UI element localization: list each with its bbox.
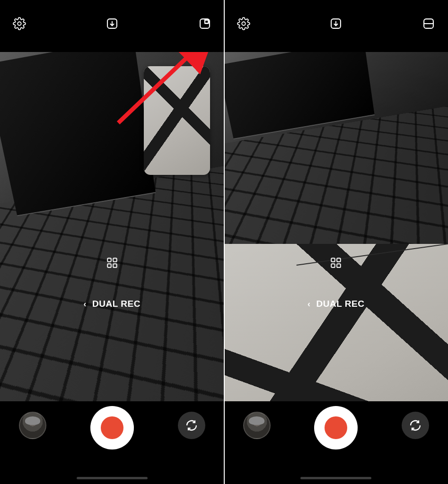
mode-selector[interactable]: ‹ DUAL REC xyxy=(0,299,224,309)
grid-apps-icon[interactable] xyxy=(106,257,118,269)
pip-layout-icon[interactable] xyxy=(198,17,212,31)
svg-point-0 xyxy=(18,22,21,25)
split-layout-icon[interactable] xyxy=(422,17,436,31)
settings-icon[interactable] xyxy=(12,17,26,31)
bottom-toolbar xyxy=(224,401,448,484)
settings-icon[interactable] xyxy=(237,17,251,31)
camera-screen-pip-layout: ‹ DUAL REC xyxy=(0,0,224,484)
camera-viewfinder[interactable]: ‹ DUAL REC xyxy=(224,52,448,401)
chevron-left-icon: ‹ xyxy=(307,299,311,309)
svg-rect-5 xyxy=(107,258,111,262)
top-toolbar xyxy=(0,0,224,52)
svg-rect-13 xyxy=(332,258,335,262)
svg-rect-7 xyxy=(107,264,111,268)
svg-rect-8 xyxy=(113,264,117,268)
mode-label: DUAL REC xyxy=(92,299,141,309)
chevron-left-icon: ‹ xyxy=(84,299,87,309)
record-button[interactable] xyxy=(90,406,134,449)
download-icon[interactable] xyxy=(105,17,119,31)
gallery-thumbnail[interactable] xyxy=(243,412,271,439)
top-toolbar xyxy=(224,0,448,52)
grid-apps-icon[interactable] xyxy=(330,257,342,269)
gallery-thumbnail[interactable] xyxy=(19,412,46,439)
camera-viewfinder[interactable]: ‹ DUAL REC xyxy=(0,52,224,401)
download-icon[interactable] xyxy=(329,17,343,31)
switch-camera-button[interactable] xyxy=(178,412,205,439)
home-indicator[interactable] xyxy=(300,477,371,479)
svg-rect-16 xyxy=(337,264,341,268)
screenshot-divider xyxy=(224,0,225,484)
record-button[interactable] xyxy=(314,406,358,449)
mode-selector[interactable]: ‹ DUAL REC xyxy=(224,299,448,309)
svg-rect-6 xyxy=(113,258,117,262)
svg-rect-14 xyxy=(337,258,341,262)
svg-point-9 xyxy=(242,22,245,25)
camera-screen-split-layout: ‹ DUAL REC xyxy=(224,0,448,484)
svg-rect-15 xyxy=(332,264,335,268)
mode-label: DUAL REC xyxy=(316,299,365,309)
rear-camera-feed xyxy=(224,52,448,244)
home-indicator[interactable] xyxy=(77,477,148,479)
switch-camera-button[interactable] xyxy=(402,412,429,439)
bottom-toolbar xyxy=(0,401,224,484)
front-camera-pip-overlay[interactable] xyxy=(144,66,210,175)
